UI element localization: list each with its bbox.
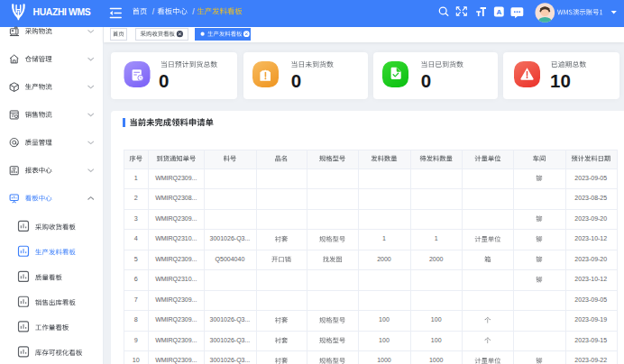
svg-text:A: A [496, 8, 501, 16]
